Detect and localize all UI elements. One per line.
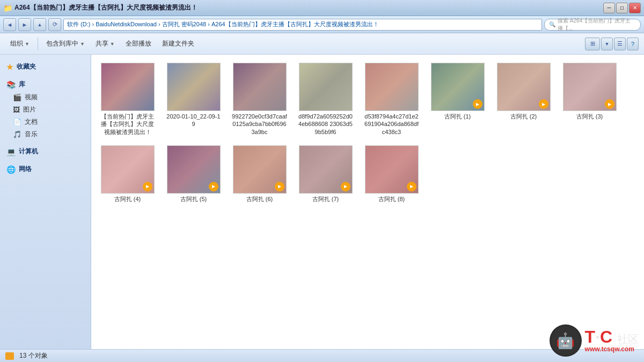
list-item[interactable]: ▶古阿扎 (1) [427,60,488,138]
play-button-icon: ▶ [209,182,218,191]
library-header[interactable]: 📚 库 [0,78,91,91]
new-folder-button[interactable]: 新建文件夹 [157,35,199,53]
minimize-button[interactable]: ─ [603,3,615,13]
list-item[interactable]: ▶古阿扎 (7) [295,143,356,205]
play-button-icon: ▶ [341,182,350,191]
play-button-icon: ▶ [407,182,416,191]
toolbar: 组织 ▼ 包含到库中 ▼ 共享 ▼ 全部播放 新建文件夹 ⊞ ▼ ☰ ? [0,33,644,55]
robot-icon: 🤖 [550,324,582,357]
title-bar: 📁 A264【当前热门】虎牙主播【古阿扎】大尺度视频被渣男流出！ ─ □ ✕ [0,0,644,16]
file-label: 古阿扎 (6) [246,195,273,203]
play-all-button[interactable]: 全部播放 [121,35,156,53]
network-section: 🌐 网络 [0,162,91,176]
computer-label: 计算机 [19,147,38,156]
details-button[interactable]: ☰ [614,38,626,50]
play-all-label: 全部播放 [126,39,151,48]
file-label: 古阿扎 (2) [510,113,537,120]
organize-dropdown-icon: ▼ [25,41,30,47]
status-bar: 13 个对象 [0,349,644,362]
music-icon: 🎵 [13,130,21,138]
file-label: 古阿扎 (8) [378,195,405,203]
file-label: d53f8794a4c27d1e2691904a206da868dfc438c3 [363,113,420,136]
view-options-button[interactable]: ⊞ [585,38,600,50]
status-count: 13 个对象 [19,351,48,360]
music-label: 音乐 [25,130,38,139]
share-button[interactable]: 共享 ▼ [91,35,120,53]
search-placeholder: 搜索 A264【当前热门】虎牙主播【... [558,17,636,32]
file-label: 9922720e0cf3d7caaf0125a9cba7bb0f6963a9bc [231,113,288,136]
library-section: 📚 库 🎬 视频 🖼 图片 📄 文档 🎵 音乐 [0,78,91,141]
sidebar-item-pictures[interactable]: 🖼 图片 [0,104,91,116]
forward-button[interactable]: ► [18,18,31,31]
up-button[interactable]: ▲ [33,18,46,31]
main-area: ★ 收藏夹 📚 库 🎬 视频 🖼 图片 📄 文档 🎵 [0,55,644,349]
list-item[interactable]: ▶古阿扎 (2) [493,60,554,138]
file-content-area: 【当前热门】虎牙主播【古阿扎】大尺度视频被渣男流出！2020-01-10_22-… [91,55,644,349]
list-item[interactable]: ▶古阿扎 (6) [229,143,290,205]
play-button-icon: ▶ [143,182,152,191]
list-item[interactable]: ▶古阿扎 (3) [559,60,620,138]
sidebar-item-documents[interactable]: 📄 文档 [0,116,91,128]
computer-icon: 💻 [6,147,16,156]
maximize-button[interactable]: □ [616,3,628,13]
window-title: A264【当前热门】虎牙主播【古阿扎】大尺度视频被渣男流出！ [14,3,603,12]
help-button[interactable]: ? [627,38,639,50]
brand-site: www.tcsqw.com [585,345,634,353]
address-path[interactable]: 软件 (D:) › BaiduNetdiskDownload › 古阿扎 密码2… [63,19,542,31]
back-button[interactable]: ◄ [3,18,16,31]
toolbar-separator [38,38,38,50]
organize-button[interactable]: 组织 ▼ [5,35,34,53]
search-icon: 🔍 [549,21,555,27]
list-item[interactable]: 9922720e0cf3d7caaf0125a9cba7bb0f6963a9bc [229,60,290,138]
list-item[interactable]: ▶古阿扎 (4) [97,143,158,205]
window-controls: ─ □ ✕ [603,3,641,13]
share-dropdown-icon: ▼ [110,41,115,47]
list-item[interactable]: 【当前热门】虎牙主播【古阿扎】大尺度视频被渣男流出！ [97,60,158,138]
path-text: 软件 (D:) › BaiduNetdiskDownload › 古阿扎 密码2… [67,20,379,28]
network-label: 网络 [19,165,32,174]
status-folder-icon [5,352,14,360]
list-item[interactable]: ▶古阿扎 (8) [361,143,422,205]
file-label: 2020-01-10_22-09-19 [165,113,222,128]
network-header[interactable]: 🌐 网络 [0,162,91,176]
list-item[interactable]: ▶古阿扎 (5) [163,143,224,205]
organize-label: 组织 [10,39,23,48]
pictures-label: 图片 [23,105,36,114]
computer-section: 💻 计算机 [0,145,91,158]
include-label: 包含到库中 [46,39,78,48]
play-button-icon: ▶ [605,99,614,109]
share-label: 共享 [96,39,108,48]
play-button-icon: ▶ [473,99,482,109]
list-item[interactable]: d8f9d72a6059252d04eb688608 23063d59b5b9f… [295,60,356,138]
favorites-section: ★ 收藏夹 [0,60,91,73]
video-icon: 🎬 [13,93,21,101]
include-dropdown-icon: ▼ [80,41,85,47]
star-icon: ★ [6,63,13,71]
favorites-header[interactable]: ★ 收藏夹 [0,60,91,73]
computer-header[interactable]: 💻 计算机 [0,145,91,158]
refresh-button[interactable]: ⟳ [48,18,61,31]
favorites-label: 收藏夹 [17,62,36,71]
list-item[interactable]: 2020-01-10_22-09-19 [163,60,224,138]
file-label: 古阿扎 (3) [576,113,603,120]
file-label: 古阿扎 (4) [114,195,141,203]
file-label: 古阿扎 (7) [312,195,339,203]
close-button[interactable]: ✕ [629,3,641,13]
search-box[interactable]: 🔍 搜索 A264【当前热门】虎牙主播【... [544,19,641,31]
sidebar-item-video[interactable]: 🎬 视频 [0,91,91,104]
watermark-text: T·C 社区 www.tcsqw.com [585,328,639,353]
library-icon: 📚 [6,80,16,89]
address-bar: ◄ ► ▲ ⟳ 软件 (D:) › BaiduNetdiskDownload ›… [0,16,644,33]
file-label: d8f9d72a6059252d04eb688608 23063d59b5b9f… [297,113,354,136]
pictures-icon: 🖼 [13,106,20,114]
sidebar-item-music[interactable]: 🎵 音乐 [0,128,91,141]
documents-label: 文档 [25,117,38,127]
new-folder-label: 新建文件夹 [162,39,194,48]
video-label: 视频 [25,93,38,102]
brand-tc: T·C 社区 [585,328,639,345]
play-button-icon: ▶ [539,99,548,109]
file-label: 【当前热门】虎牙主播【古阿扎】大尺度视频被渣男流出！ [99,113,156,136]
list-item[interactable]: d53f8794a4c27d1e2691904a206da868dfc438c3 [361,60,422,138]
include-button[interactable]: 包含到库中 ▼ [41,35,90,53]
view-toggle-button[interactable]: ▼ [601,38,613,50]
